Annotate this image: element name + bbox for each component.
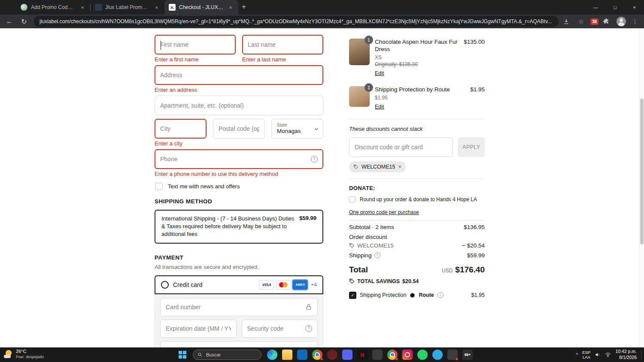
browser-profile-icon[interactable] [387,350,398,360]
discount-code-input[interactable] [355,144,447,151]
tab-checkout[interactable]: JL Checkout - JLUXLABEL × [164,0,238,15]
address-field[interactable] [155,65,323,85]
tray-expand-icon[interactable]: ^ [576,352,578,357]
reload-icon[interactable]: ↻ [19,18,29,26]
store-icon[interactable] [297,350,307,360]
tag-icon [353,164,358,169]
back-icon[interactable]: ← [4,18,15,25]
tab3-favicon: JL [169,4,176,11]
app-icon[interactable] [447,350,458,360]
tab-promo-codes-1[interactable]: Add Promo Codes for Jlux Lab × [16,0,90,15]
phone-error: Enter a phone number to use this deliver… [155,171,323,177]
taskbar-weather-widget[interactable]: 26°C Prac. despejado [3,349,44,359]
last-name-input[interactable] [248,41,318,48]
bookmark-star-icon[interactable]: ☆ [577,18,586,25]
apply-discount-button[interactable]: APPLY [458,137,485,157]
chrome-icon[interactable] [312,350,322,360]
postal-code-input[interactable] [219,125,259,132]
close-window-button[interactable]: × [625,0,644,15]
shipping-help-icon[interactable]: ? [374,252,380,258]
discount-amount: − $20.54 [462,242,485,249]
address-error: Enter an address [155,87,323,93]
phone-help-icon[interactable]: ? [311,156,318,163]
minimize-button[interactable]: — [586,0,605,15]
adblock-extension-icon[interactable]: 38 [590,18,598,25]
instagram-icon[interactable] [402,350,413,360]
card-number-input[interactable] [166,304,305,311]
taskbar-search[interactable]: Buscar [193,350,261,360]
first-name-input[interactable] [160,41,230,48]
notifications-overflow-icon[interactable]: 99+ [462,350,473,360]
mastercard-icon [276,280,291,290]
opera-icon[interactable] [327,350,337,360]
news-offers-checkbox[interactable] [155,183,163,190]
volume-icon[interactable] [595,352,601,358]
address-input[interactable] [160,72,318,78]
security-code-help-icon[interactable]: ? [305,325,312,332]
item-title: Chocolate Aspen Hour Faux Fur Dress [375,39,460,53]
promo-limit-note: One promo code per purchase [349,209,485,215]
security-code-field[interactable]: ? [242,320,318,338]
credit-card-option[interactable]: Credit card VISA AMEX +4 [155,275,323,294]
apartment-field[interactable] [155,96,323,115]
start-button[interactable] [179,351,186,359]
scrollbar-thumb[interactable] [640,99,644,244]
first-name-field[interactable] [155,35,236,54]
url-text: jluxlabel.com/checkouts/cn/hWN7OOM8s1gcO… [39,18,552,24]
shipping-protection-checkbox[interactable]: ✓ [349,292,356,299]
file-explorer-icon[interactable] [282,350,292,360]
maximize-button[interactable]: □ [605,0,625,15]
payment-note: All transactions are secure and encrypte… [155,264,323,270]
clock[interactable]: 10:42 p.m. 8/1/2026 [615,349,637,360]
postal-code-field[interactable] [213,119,265,139]
name-on-card-field[interactable] [160,341,318,347]
card-brand-icons: VISA AMEX +4 [259,280,317,290]
tab2-close-icon[interactable]: × [153,4,160,11]
netflix-icon[interactable]: N [357,350,368,360]
edit-item-link[interactable]: Edit [375,70,384,76]
remove-promo-icon[interactable]: × [398,163,402,170]
phone-input[interactable] [160,156,311,163]
edit-item-link[interactable]: Edit [375,104,384,110]
language-indicator[interactable]: ESP LAA [582,350,590,360]
weather-temp: 26°C [16,349,44,355]
shipping-option[interactable]: International Shipping - (7 - 14 Busines… [155,210,323,244]
city-input[interactable] [160,125,201,132]
address-bar[interactable]: jluxlabel.com/checkouts/cn/hWN7OOM8s1gcO… [33,16,559,27]
new-tab-button[interactable]: + [242,3,246,11]
tab-promo-codes-2[interactable]: Jlux Label Promo Codes - 20% × [91,0,164,15]
expiry-field[interactable] [160,320,237,338]
edge-icon[interactable] [267,350,277,360]
route-info-icon[interactable]: i [437,292,444,298]
credit-card-radio[interactable] [161,281,169,289]
tab3-close-icon[interactable]: × [227,4,234,11]
city-field[interactable] [155,119,207,139]
card-number-field[interactable] [160,298,318,316]
donate-checkbox[interactable] [349,196,355,203]
whatsapp-icon[interactable] [417,350,428,360]
telegram-icon[interactable] [432,350,443,360]
app-icon[interactable] [372,350,383,360]
discount-code-field[interactable] [349,137,453,157]
shipping-option-text: International Shipping - (7 - 14 Busines… [161,215,295,238]
system-tray: ^ ESP LAA 10:42 p.m. 8/1/2026 [576,347,641,362]
browser-menu-icon[interactable]: ⋮ [630,18,640,25]
state-select[interactable]: State Monagas [271,119,323,139]
network-icon[interactable] [605,352,611,358]
state-select-value: Monagas [277,128,301,135]
extensions-puzzle-icon[interactable] [603,18,612,25]
visa-icon: VISA [259,280,274,290]
download-icon[interactable] [563,18,572,25]
apartment-input[interactable] [160,102,318,109]
show-desktop-button[interactable] [641,350,641,359]
browser-toolbar: ← ↻ jluxlabel.com/checkouts/cn/hWN7OOM8s… [0,15,644,28]
last-name-field[interactable] [242,35,323,54]
search-icon [197,352,203,357]
page-scrollbar[interactable] [639,28,644,347]
profile-avatar[interactable] [617,17,626,26]
security-code-input[interactable] [247,325,306,332]
phone-field[interactable]: ? [155,149,323,169]
expiry-input[interactable] [166,325,231,332]
tab1-close-icon[interactable]: × [79,4,86,11]
discord-icon[interactable] [342,350,352,360]
